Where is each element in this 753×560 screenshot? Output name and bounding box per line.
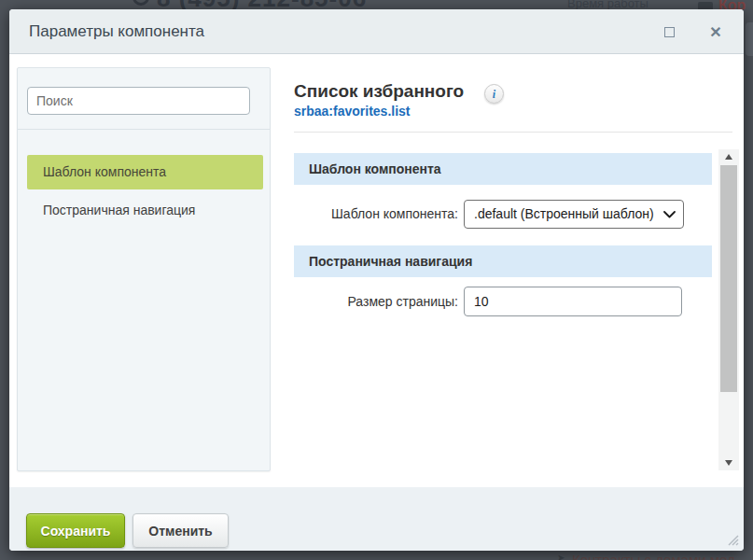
info-icon[interactable]: i — [484, 84, 504, 104]
component-template-select-value: .default (Встроенный шаблон) — [474, 201, 657, 228]
cart-icon — [698, 2, 713, 9]
phone-icon — [132, 0, 149, 6]
triangle-up-icon — [725, 154, 732, 160]
component-name-title: Список избранного — [294, 81, 464, 102]
dimmed-page-footer: ➤ Контракты с домами мод — [0, 551, 753, 560]
scroll-down-arrow-icon[interactable] — [718, 455, 739, 470]
content-divider — [294, 132, 732, 133]
template-field-label: Шаблон компонента: — [294, 200, 458, 229]
dialog-title: Параметры компонента — [29, 9, 204, 54]
chevron-down-icon — [663, 211, 676, 218]
scrollbar[interactable] — [718, 149, 739, 470]
background-phone-number: 8 (495) 212-85-06 — [157, 0, 367, 9]
close-button[interactable]: ✕ — [704, 21, 728, 45]
background-cart-label: Кор — [718, 0, 746, 9]
component-template-select[interactable]: .default (Встроенный шаблон) — [464, 200, 684, 229]
sidebar-item-pagination[interactable]: Постраничная навигация — [27, 196, 263, 224]
background-hours-label: Время работы — [567, 0, 648, 9]
maximize-button[interactable] — [662, 25, 676, 39]
sidebar: Шаблон компонента Постраничная навигация — [17, 67, 271, 471]
search-input[interactable] — [27, 87, 250, 115]
dimmed-page-header: 8 (495) 212-85-06 Время работы Кор — [0, 0, 753, 9]
dimmed-page-widget — [746, 22, 753, 56]
cancel-button[interactable]: Отменить — [132, 513, 229, 548]
resize-handle-icon[interactable] — [726, 533, 739, 546]
scrollbar-thumb[interactable] — [720, 165, 737, 392]
dialog-footer: Сохранить Отменить — [9, 487, 744, 551]
maximize-icon — [664, 27, 675, 37]
component-parameters-dialog: Параметры компонента ✕ Шаблон компонента… — [9, 9, 744, 551]
background-bottom-link: Контракты с домами мод — [572, 552, 735, 560]
triangle-down-icon — [725, 460, 732, 466]
page-size-input[interactable] — [464, 287, 682, 316]
sidebar-item-component-template[interactable]: Шаблон компонента — [27, 155, 263, 189]
sidebar-divider — [18, 129, 270, 130]
bullet-icon: ➤ — [557, 553, 565, 560]
page-background: 8 (495) 212-85-06 Время работы Кор ➤ Кон… — [0, 0, 753, 560]
dialog-header: Параметры компонента ✕ — [9, 9, 744, 54]
save-button[interactable]: Сохранить — [26, 513, 125, 548]
scroll-up-arrow-icon[interactable] — [718, 149, 739, 164]
component-code: srbaa:favorites.list — [294, 104, 411, 119]
page-size-field-label: Размер страницы: — [294, 287, 458, 316]
section-header-component-template: Шаблон компонента — [294, 153, 712, 185]
section-header-pagination: Постраничная навигация — [294, 245, 712, 277]
